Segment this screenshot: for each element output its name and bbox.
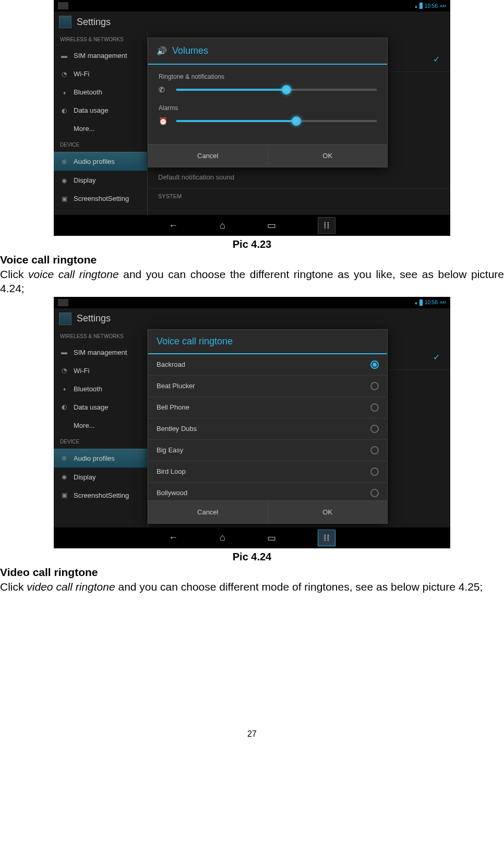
app-header: Settings xyxy=(54,11,450,32)
cancel-button[interactable]: Cancel xyxy=(148,145,268,167)
app-title: Settings xyxy=(77,313,111,324)
ringtone-item[interactable]: Bird Loop xyxy=(148,461,387,483)
status-left-indicator xyxy=(58,2,68,9)
content-area: WIRELESS & NETWORKS ▬SIM management ◔Wi-… xyxy=(54,329,450,527)
screenshot-pic-4-24: ▴ 10:56 AM Settings WIRELESS & NETWORKS … xyxy=(54,297,450,548)
slider-track[interactable] xyxy=(176,120,377,122)
alarm-icon: ⏰ xyxy=(159,117,169,125)
radio-icon[interactable] xyxy=(370,361,379,369)
dialog-body: BackroadBeat PluckerBell PhoneBentley Du… xyxy=(148,354,387,500)
display-icon: ◉ xyxy=(60,473,68,481)
audio-icon: ⊕ xyxy=(60,158,68,165)
sidebar-item-bluetooth[interactable]: ⬧Bluetooth xyxy=(54,83,147,101)
sidebar-item-audio[interactable]: ⊕Audio profiles xyxy=(54,449,147,468)
ringtone-item[interactable]: Bollywood xyxy=(148,483,387,500)
ringtone-name: Bentley Dubs xyxy=(157,425,197,433)
sim-icon: ▬ xyxy=(60,52,68,59)
radio-icon[interactable] xyxy=(370,489,379,497)
status-ampm: AM xyxy=(440,300,446,305)
ok-button[interactable]: OK xyxy=(268,145,388,167)
section-device: DEVICE xyxy=(54,435,147,449)
sidebar-item-display[interactable]: ◉Display xyxy=(54,171,147,189)
dialog-overlay: 🔊 Volumes Ringtone & notifications ✆ Ala… xyxy=(148,32,450,215)
text-voice-call: Click voice call ringtone and you can ch… xyxy=(0,267,504,296)
app-header: Settings xyxy=(54,308,450,329)
wifi-icon: ◔ xyxy=(60,367,68,374)
capture-icon[interactable]: ⁞⁞ xyxy=(318,217,335,234)
sidebar-item-data[interactable]: ◐Data usage xyxy=(54,398,147,416)
slider-label-alarms: Alarms xyxy=(159,104,377,112)
screenshot-pic-4-23: ▴ 10:56 AM Settings WIRELESS & NETWORKS … xyxy=(54,0,450,236)
dialog-buttons: Cancel OK xyxy=(148,144,387,167)
caption-pic-424: Pic 4.24 xyxy=(0,551,504,563)
sidebar-item-screenshot[interactable]: ▣ScreenshotSetting xyxy=(54,189,147,208)
back-icon[interactable]: ← xyxy=(169,532,178,543)
slider-track[interactable] xyxy=(176,89,377,91)
ringtone-dialog: Voice call ringtone BackroadBeat Plucker… xyxy=(148,329,388,524)
ringtone-name: Bollywood xyxy=(157,489,187,497)
sim-icon: ▬ xyxy=(60,349,68,356)
content-area: WIRELESS & NETWORKS ▬SIM management ◔Wi-… xyxy=(54,32,450,215)
ringtone-item[interactable]: Beat Plucker xyxy=(148,376,387,397)
status-bar: ▴ 10:56 AM xyxy=(54,0,450,11)
ringtone-name: Big Easy xyxy=(157,446,183,454)
phone-icon: ✆ xyxy=(159,86,169,94)
section-device: DEVICE xyxy=(54,138,147,152)
slider-alarms[interactable]: ⏰ xyxy=(159,117,377,125)
bluetooth-icon: ⬧ xyxy=(60,385,68,392)
more-icon xyxy=(60,422,68,429)
slider-ringtone[interactable]: ✆ xyxy=(159,86,377,94)
wifi-icon: ◔ xyxy=(60,70,68,78)
status-left-indicator xyxy=(58,299,68,306)
sidebar-item-sim[interactable]: ▬SIM management xyxy=(54,46,147,65)
ringtone-item[interactable]: Backroad xyxy=(148,354,387,376)
nav-bar: ← ⌂ ▭ ⁞⁞ xyxy=(54,215,450,236)
home-icon[interactable]: ⌂ xyxy=(220,220,225,231)
settings-icon xyxy=(59,313,71,325)
sidebar-item-wifi[interactable]: ◔Wi-Fi xyxy=(54,65,147,83)
heading-voice-call: Voice call ringtone xyxy=(0,254,504,266)
settings-icon xyxy=(59,16,71,28)
sidebar-item-bluetooth[interactable]: ⬧Bluetooth xyxy=(54,380,147,398)
ringtone-name: Backroad xyxy=(157,361,185,368)
radio-icon[interactable] xyxy=(370,467,379,476)
screenshot-icon: ▣ xyxy=(60,491,68,499)
status-ampm: AM xyxy=(440,4,446,8)
more-icon xyxy=(60,125,68,133)
slider-thumb[interactable] xyxy=(282,85,291,94)
dialog-overlay: Voice call ringtone BackroadBeat Plucker… xyxy=(148,329,450,527)
dialog-title: Volumes xyxy=(172,45,208,56)
ok-button[interactable]: OK xyxy=(268,501,388,523)
sidebar-item-screenshot[interactable]: ▣ScreenshotSetting xyxy=(54,486,147,505)
home-icon[interactable]: ⌂ xyxy=(220,532,225,543)
radio-icon[interactable] xyxy=(370,446,379,454)
slider-thumb[interactable] xyxy=(292,116,301,126)
sidebar-item-data[interactable]: ◐Data usage xyxy=(54,101,147,119)
ringtone-item[interactable]: Bell Phone xyxy=(148,397,387,418)
sidebar-item-wifi[interactable]: ◔Wi-Fi xyxy=(54,362,147,380)
battery-icon xyxy=(419,3,423,9)
ringtone-item[interactable]: Bentley Dubs xyxy=(148,418,387,440)
cancel-button[interactable]: Cancel xyxy=(148,501,268,523)
radio-icon[interactable] xyxy=(370,425,379,433)
recent-icon[interactable]: ▭ xyxy=(267,532,276,544)
capture-icon[interactable]: ⁞⁞ xyxy=(318,530,335,546)
sidebar-item-more[interactable]: More... xyxy=(54,119,147,138)
speaker-icon: 🔊 xyxy=(157,46,167,56)
bluetooth-icon: ⬧ xyxy=(60,89,68,96)
sidebar: WIRELESS & NETWORKS ▬SIM management ◔Wi-… xyxy=(54,329,148,527)
sidebar-item-display[interactable]: ◉Display xyxy=(54,468,147,486)
sidebar-item-audio[interactable]: ⊕Audio profiles xyxy=(54,152,147,171)
sidebar-item-more[interactable]: More... xyxy=(54,416,147,435)
recent-icon[interactable]: ▭ xyxy=(267,220,276,231)
ringtone-name: Bird Loop xyxy=(157,467,186,475)
radio-icon[interactable] xyxy=(370,382,379,390)
screenshot-icon: ▣ xyxy=(60,195,68,202)
radio-icon[interactable] xyxy=(370,403,379,412)
heading-video-call: Video call ringtone xyxy=(0,566,504,579)
dialog-header: 🔊 Volumes xyxy=(148,38,387,65)
caption-pic-423: Pic 4.23 xyxy=(0,238,504,250)
back-icon[interactable]: ← xyxy=(169,220,178,231)
sidebar-item-sim[interactable]: ▬SIM management xyxy=(54,343,147,362)
ringtone-item[interactable]: Big Easy xyxy=(148,440,387,461)
